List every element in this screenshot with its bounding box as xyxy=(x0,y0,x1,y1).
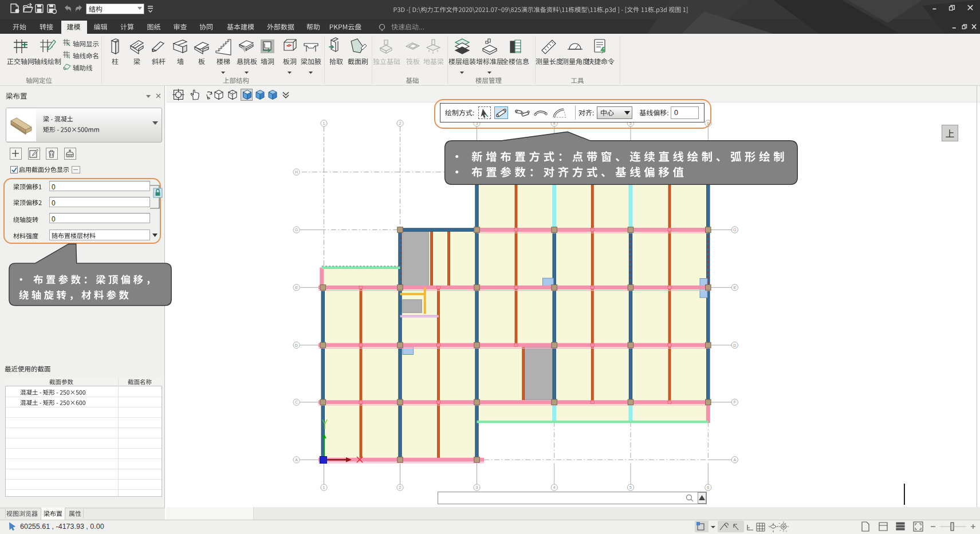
svg-text:2: 2 xyxy=(399,121,402,125)
svg-text:A: A xyxy=(733,458,736,462)
svg-text:E: E xyxy=(295,286,298,290)
svg-text:D: D xyxy=(733,343,736,347)
svg-text:C: C xyxy=(295,400,298,404)
svg-text:4: 4 xyxy=(553,485,556,489)
svg-text:1: 1 xyxy=(323,121,325,125)
svg-text:2: 2 xyxy=(399,485,402,489)
svg-text:G: G xyxy=(733,228,736,232)
svg-text:F: F xyxy=(734,400,736,404)
svg-text:1: 1 xyxy=(323,485,325,489)
svg-text:N: N xyxy=(67,55,70,59)
svg-text:E: E xyxy=(733,286,736,290)
svg-text:6: 6 xyxy=(707,485,709,489)
svg-text:D: D xyxy=(295,343,298,347)
svg-text:5: 5 xyxy=(629,485,632,489)
svg-text:H: H xyxy=(295,170,298,174)
svg-text:A: A xyxy=(295,458,298,462)
svg-text:3: 3 xyxy=(476,485,478,489)
svg-text:G: G xyxy=(295,228,298,232)
